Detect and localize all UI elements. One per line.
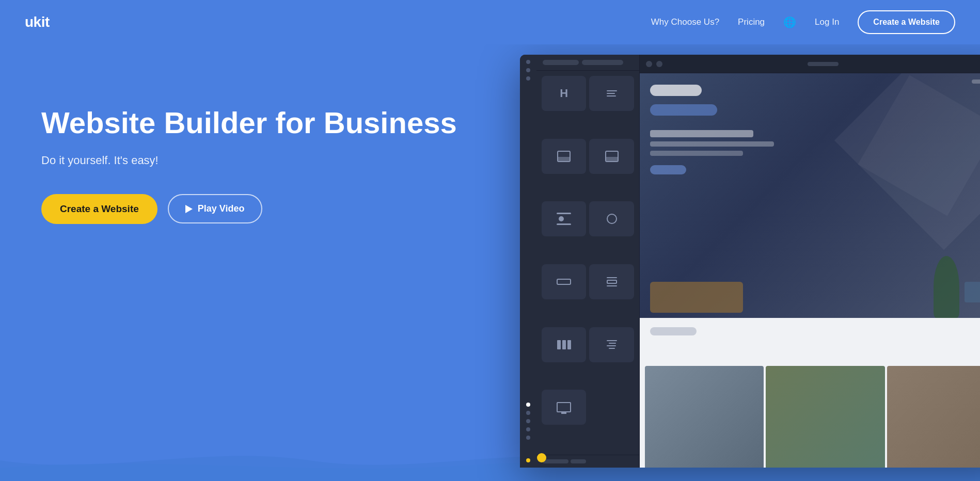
- block-text[interactable]: [589, 76, 634, 111]
- button-icon: [557, 279, 571, 285]
- editor-mockup: H: [520, 55, 980, 468]
- photo-thumb-1: [645, 366, 764, 468]
- palette-tab-2: [582, 60, 623, 65]
- editor-sidebar-dots: [520, 55, 536, 468]
- toolbar-circle: [646, 61, 652, 67]
- heading-icon: H: [560, 87, 568, 100]
- video-icon: [607, 214, 617, 224]
- canvas-pill-blue: [650, 104, 717, 116]
- sidebar-dot: [526, 436, 530, 440]
- columns-icon: [557, 340, 571, 349]
- sidebar-dot: [526, 68, 530, 72]
- block-monitor[interactable]: [542, 390, 587, 425]
- canvas-pill-small: [650, 165, 686, 174]
- hero-title: Website Builder for Business: [41, 106, 485, 139]
- sidebar-dot: [526, 419, 530, 423]
- hero-buttons: Create a Website Play Video: [41, 194, 485, 224]
- block-divider[interactable]: [589, 264, 634, 299]
- block-image[interactable]: [542, 139, 587, 174]
- block-button[interactable]: [542, 264, 587, 299]
- block-slider[interactable]: [542, 201, 587, 236]
- hero-left: Website Builder for Business Do it yours…: [0, 44, 510, 255]
- toolbar-bar: [808, 62, 839, 66]
- canvas-toolbar: [640, 55, 980, 73]
- photo-thumb-2: [766, 366, 884, 468]
- palette-tab-1: [543, 60, 579, 65]
- canvas-photo-bg: [640, 73, 980, 318]
- sidebar-dot-white: [526, 403, 530, 407]
- divider-icon: [607, 277, 617, 286]
- hero-play-video-button[interactable]: Play Video: [168, 194, 262, 223]
- photo-thumb-3: [887, 366, 980, 468]
- globe-icon[interactable]: 🌐: [783, 16, 796, 28]
- canvas-content: [640, 73, 980, 468]
- block-panel-grid: H: [536, 71, 639, 455]
- image-icon: [557, 151, 571, 162]
- toolbar-circle: [656, 61, 662, 67]
- brand-logo[interactable]: ukit: [25, 14, 50, 30]
- gallery-icon: [605, 151, 619, 162]
- hero-subtitle: Do it yourself. It's easy!: [41, 154, 485, 167]
- play-button-label: Play Video: [198, 203, 245, 214]
- list-icon: [607, 340, 617, 349]
- nav-links: Why Choose Us? Pricing 🌐 Log In Create a…: [651, 10, 955, 34]
- canvas-white-pill: [650, 327, 697, 335]
- palette-top-bar: [536, 55, 639, 71]
- block-video[interactable]: [589, 201, 634, 236]
- sofa-decoration: [650, 282, 743, 313]
- canvas-right-bar: [972, 79, 980, 84]
- canvas-white-bg: [640, 318, 980, 468]
- nav-create-website-button[interactable]: Create a Website: [858, 10, 955, 34]
- plant-decoration: [934, 256, 959, 318]
- editor-block-palette: H: [536, 55, 640, 468]
- hero-section: Website Builder for Business Do it yours…: [0, 44, 980, 481]
- hero-right: H: [510, 44, 980, 468]
- canvas-pill-white: [650, 85, 702, 96]
- slider-icon: [557, 213, 571, 225]
- block-gallery[interactable]: [589, 139, 634, 174]
- yellow-dot-indicator: [537, 453, 546, 462]
- sidebar-dot-active: [526, 458, 530, 462]
- palette-bottom-bar: [536, 455, 639, 468]
- canvas-bar-1: [650, 130, 753, 137]
- sidebar-dot: [526, 411, 530, 415]
- canvas-bar-3: [650, 151, 743, 156]
- bottom-bar-item: [571, 459, 586, 463]
- block-columns[interactable]: [542, 327, 587, 362]
- nav-pricing[interactable]: Pricing: [738, 17, 765, 27]
- block-list[interactable]: [589, 327, 634, 362]
- sidebar-dot: [526, 60, 530, 64]
- sidebar-dot: [526, 427, 530, 431]
- sidebar-dot: [526, 76, 530, 81]
- canvas-bar-2: [650, 141, 774, 147]
- block-heading[interactable]: H: [542, 76, 587, 111]
- canvas-photo-grid: [640, 366, 980, 468]
- nav-why-choose[interactable]: Why Choose Us?: [651, 17, 719, 27]
- bottom-bar-item: [543, 459, 568, 463]
- nav-login[interactable]: Log In: [815, 17, 839, 27]
- pillow-decoration: [965, 282, 980, 302]
- monitor-icon: [557, 402, 571, 412]
- play-triangle-icon: [185, 205, 193, 213]
- navbar: ukit Why Choose Us? Pricing 🌐 Log In Cre…: [0, 0, 980, 44]
- hero-create-website-button[interactable]: Create a Website: [41, 194, 157, 224]
- canvas-area: [640, 55, 980, 468]
- text-icon: [607, 90, 617, 97]
